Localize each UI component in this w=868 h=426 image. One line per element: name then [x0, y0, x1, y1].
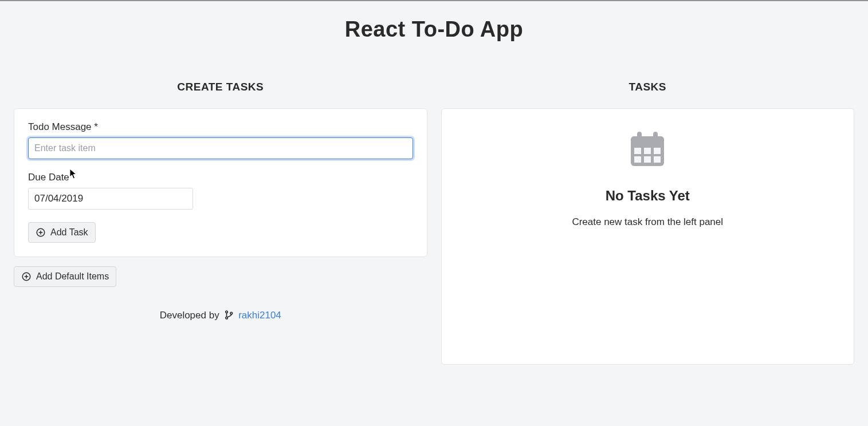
credit-user-link[interactable]: rakhi2104	[238, 310, 281, 321]
main-columns: CREATE TASKS Todo Message * Due Date	[0, 48, 868, 365]
create-task-card: Todo Message * Due Date Add Task	[14, 108, 427, 257]
svg-rect-14	[644, 148, 651, 154]
add-default-items-button[interactable]: Add Default Items	[14, 266, 116, 287]
svg-rect-17	[644, 156, 651, 163]
due-date-group: Due Date	[28, 172, 413, 210]
svg-rect-18	[654, 156, 661, 163]
tasks-column: TASKS No Tasks Yet Create new task from	[441, 81, 855, 365]
empty-state-title: No Tasks Yet	[455, 188, 840, 204]
plus-circle-icon	[36, 227, 46, 238]
credit-line: Developed by rakhi2104	[14, 310, 427, 321]
todo-message-label: Todo Message *	[28, 121, 413, 133]
svg-rect-11	[637, 132, 642, 140]
svg-point-8	[230, 312, 233, 314]
git-branch-icon	[224, 310, 234, 320]
credit-prefix: Developed by	[160, 310, 222, 321]
todo-message-group: Todo Message *	[28, 121, 413, 159]
tasks-card: No Tasks Yet Create new task from the le…	[441, 108, 855, 365]
add-default-row: Add Default Items	[14, 266, 427, 287]
svg-point-6	[226, 311, 228, 313]
tasks-heading: TASKS	[441, 81, 855, 93]
plus-circle-icon	[21, 271, 32, 282]
due-date-label: Due Date	[28, 172, 413, 183]
empty-state-subtitle: Create new task from the left panel	[455, 216, 840, 228]
add-task-button[interactable]: Add Task	[28, 222, 96, 243]
svg-rect-13	[634, 148, 641, 154]
svg-rect-15	[654, 148, 661, 154]
svg-rect-16	[634, 156, 641, 163]
create-column: CREATE TASKS Todo Message * Due Date	[14, 81, 427, 321]
todo-message-input[interactable]	[28, 137, 413, 159]
svg-rect-12	[653, 132, 658, 140]
add-default-items-label: Add Default Items	[36, 271, 109, 282]
page-title: React To-Do App	[0, 1, 868, 48]
calendar-icon	[627, 129, 667, 172]
due-date-input[interactable]	[28, 188, 193, 210]
svg-point-7	[226, 317, 228, 319]
svg-rect-10	[631, 136, 664, 144]
add-task-button-label: Add Task	[50, 227, 88, 238]
create-tasks-heading: CREATE TASKS	[14, 81, 427, 93]
